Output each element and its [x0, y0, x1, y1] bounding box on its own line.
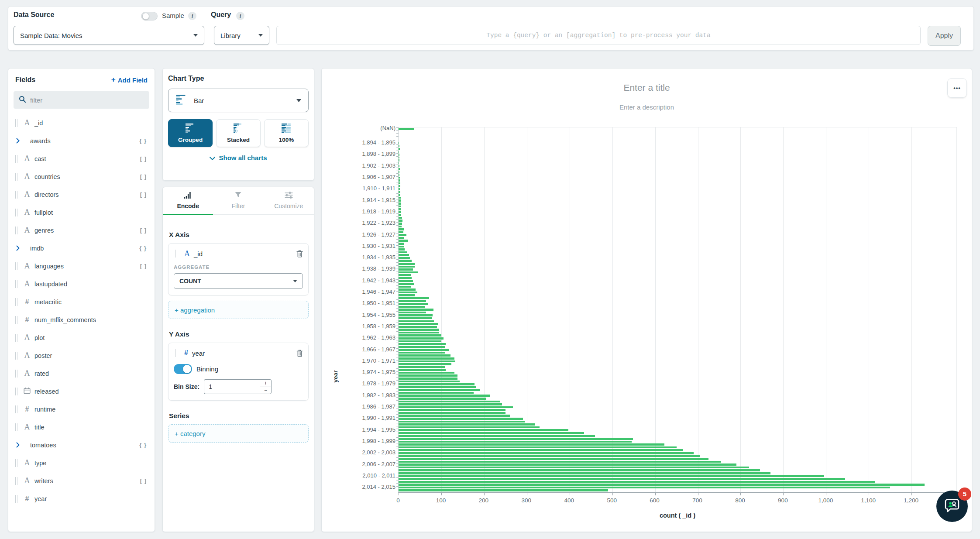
field-row-tomatoes[interactable]: tomatoes{ }	[14, 436, 149, 454]
query-info-icon[interactable]: i	[236, 12, 244, 20]
bar[interactable]	[399, 246, 404, 248]
bar[interactable]	[399, 268, 413, 271]
bar[interactable]	[399, 226, 402, 228]
drag-handle-icon[interactable]	[15, 459, 19, 467]
bar[interactable]	[399, 286, 411, 288]
drag-handle-icon[interactable]	[15, 280, 19, 288]
bar[interactable]	[399, 415, 510, 417]
trash-icon[interactable]	[296, 350, 303, 357]
bar[interactable]	[399, 346, 445, 348]
bar[interactable]	[399, 142, 399, 144]
drag-handle-icon[interactable]	[15, 352, 19, 360]
drag-handle-icon[interactable]	[15, 155, 19, 163]
bar[interactable]	[399, 320, 434, 323]
drag-handle-icon[interactable]	[15, 477, 19, 485]
data-source-select[interactable]: Sample Data: Movies	[14, 26, 204, 45]
chart-subtype-100pct[interactable]: 100%	[264, 119, 309, 147]
bar[interactable]	[399, 374, 457, 377]
bar[interactable]	[399, 148, 400, 150]
field-row-plot[interactable]: Aplot	[14, 329, 149, 347]
bar[interactable]	[399, 177, 400, 179]
bar[interactable]	[399, 128, 414, 130]
binning-toggle[interactable]	[174, 364, 192, 374]
field-filter-input[interactable]	[30, 96, 144, 104]
drag-handle-icon[interactable]	[15, 334, 19, 342]
tab-filter[interactable]: Filter	[213, 187, 263, 214]
add-aggregation-button[interactable]: + aggregation	[168, 301, 309, 319]
field-row-lastupdated[interactable]: Alastupdated	[14, 275, 149, 293]
bar[interactable]	[399, 366, 445, 368]
field-row-type[interactable]: Atype	[14, 454, 149, 472]
bar[interactable]	[399, 409, 505, 411]
bar[interactable]	[399, 443, 664, 446]
bar[interactable]	[399, 372, 454, 374]
bar[interactable]	[399, 191, 400, 193]
bar[interactable]	[399, 418, 523, 420]
bar[interactable]	[399, 357, 454, 360]
bar[interactable]	[399, 182, 400, 185]
ellipsis-menu-button[interactable]: •••	[947, 78, 967, 98]
aggregate-select[interactable]: COUNT	[174, 273, 303, 289]
drag-handle-icon[interactable]	[15, 191, 19, 199]
bar[interactable]	[399, 240, 408, 242]
bar[interactable]	[399, 429, 568, 431]
drag-handle-icon[interactable]	[15, 423, 19, 431]
bar[interactable]	[399, 303, 428, 305]
query-input[interactable]	[276, 26, 921, 45]
bar[interactable]	[399, 369, 446, 371]
bar[interactable]	[399, 214, 401, 216]
field-row-imdb[interactable]: imdb{ }	[14, 239, 149, 257]
bar[interactable]	[399, 151, 399, 153]
bar[interactable]	[399, 145, 399, 147]
bar[interactable]	[399, 469, 760, 471]
field-row-rated[interactable]: Arated	[14, 364, 149, 382]
bar[interactable]	[399, 438, 633, 440]
stepper-increment-button[interactable]: +	[260, 379, 272, 387]
field-row-metacritic[interactable]: #metacritic	[14, 293, 149, 311]
drag-handle-icon[interactable]	[15, 405, 19, 413]
bar[interactable]	[399, 208, 401, 210]
show-all-charts-link[interactable]: Show all charts	[168, 154, 309, 161]
bar[interactable]	[399, 334, 441, 336]
chart-description-placeholder[interactable]: Enter a description	[322, 103, 972, 111]
bar[interactable]	[399, 312, 426, 314]
drag-handle-icon[interactable]	[174, 250, 177, 257]
bar[interactable]	[399, 323, 438, 325]
bar[interactable]	[399, 292, 417, 294]
bar[interactable]	[399, 360, 455, 363]
add-field-button[interactable]: + Add Field	[111, 76, 148, 84]
drag-handle-icon[interactable]	[15, 119, 19, 127]
bar[interactable]	[399, 475, 824, 477]
field-row-title[interactable]: Atitle	[14, 418, 149, 436]
bar[interactable]	[399, 197, 401, 199]
drag-handle-icon[interactable]	[15, 388, 19, 395]
chart-subtype-grouped[interactable]: Grouped	[168, 119, 213, 147]
bar[interactable]	[399, 157, 399, 159]
drag-handle-icon[interactable]	[15, 209, 19, 216]
bar[interactable]	[399, 266, 415, 268]
bar[interactable]	[399, 398, 486, 400]
bar[interactable]	[399, 263, 415, 265]
expand-chevron-icon[interactable]	[16, 442, 23, 448]
bar[interactable]	[399, 449, 683, 451]
bar[interactable]	[399, 386, 476, 388]
bar[interactable]	[399, 395, 490, 397]
bar[interactable]	[399, 223, 402, 225]
bar[interactable]	[399, 188, 400, 190]
tab-encode[interactable]: Encode	[163, 187, 213, 214]
bar[interactable]	[399, 329, 439, 331]
bar[interactable]	[399, 426, 540, 429]
bar[interactable]	[399, 455, 700, 457]
field-row-writers[interactable]: Awriters[ ]	[14, 472, 149, 490]
bar[interactable]	[399, 168, 400, 170]
bar[interactable]	[399, 326, 437, 328]
bar[interactable]	[399, 277, 412, 279]
bar[interactable]	[399, 254, 409, 256]
bar[interactable]	[399, 452, 694, 454]
bar[interactable]	[399, 237, 404, 239]
bar[interactable]	[399, 251, 407, 254]
bar[interactable]	[399, 203, 401, 205]
bar[interactable]	[399, 159, 399, 161]
bar[interactable]	[399, 441, 632, 443]
drag-handle-icon[interactable]	[174, 349, 177, 357]
